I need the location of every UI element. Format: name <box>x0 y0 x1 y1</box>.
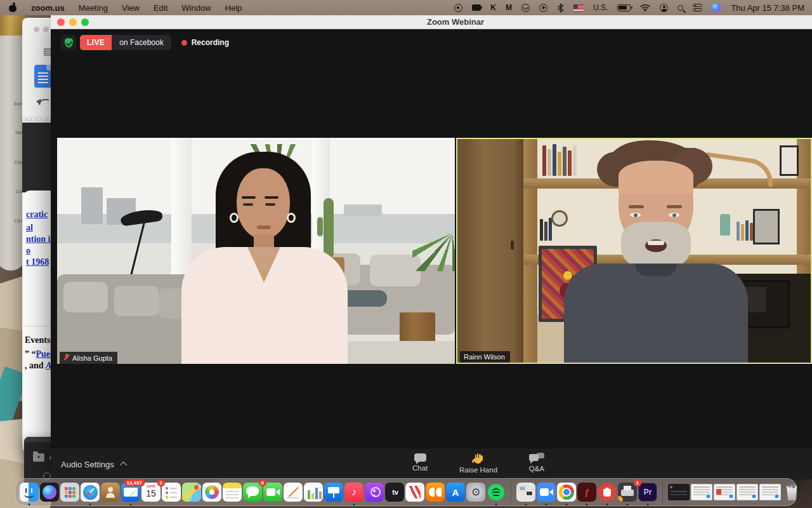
menu-zoom-us[interactable]: zoom.us <box>31 3 65 13</box>
participant-name-tag: Rainn Wilson <box>460 351 510 363</box>
video-tile-rainn-wilson: Rainn Wilson <box>456 138 812 364</box>
window-title: Zoom Webinar <box>75 17 812 27</box>
messages-badge: 8 <box>259 479 266 486</box>
dock-appstore[interactable]: A <box>446 483 465 502</box>
live-label: LIVE <box>80 35 112 50</box>
dock-news[interactable] <box>405 483 424 502</box>
minimized-window-thumbnail[interactable] <box>668 484 690 500</box>
chat-button[interactable]: Chat <box>411 451 429 476</box>
participant-name-tag: Alisha Gupta <box>60 352 117 364</box>
dock-adblock[interactable] <box>598 483 617 502</box>
app-store-icon: A <box>446 483 465 502</box>
menu-meeting[interactable]: Meeting <box>79 3 108 13</box>
dock-finder[interactable] <box>20 483 39 502</box>
trash-icon <box>782 483 801 502</box>
live-stream-badge[interactable]: LIVE on Facebook <box>80 35 171 50</box>
dock-messages[interactable]: 8 <box>243 483 262 502</box>
gear-icon: ⚙ <box>466 483 485 502</box>
menu-window[interactable]: Window <box>181 3 211 13</box>
apple-menu-icon[interactable] <box>9 4 17 12</box>
wallpaper-bottle <box>0 17 25 271</box>
doc-link[interactable]: t 1968 <box>26 257 49 267</box>
displays-icon[interactable] <box>693 4 702 11</box>
dock-numbers[interactable] <box>304 483 323 502</box>
undo-icon[interactable] <box>39 99 49 105</box>
doc-link[interactable]: al <box>26 223 33 233</box>
dock-contacts[interactable] <box>101 483 120 502</box>
dock-siri[interactable] <box>40 483 59 502</box>
dock-music[interactable]: ♪ <box>344 483 363 502</box>
zoom-webinar-window: Zoom Webinar LIVE on Facebook Recording <box>51 15 812 479</box>
dock-maps[interactable] <box>182 483 201 502</box>
dock-trash[interactable] <box>782 483 801 502</box>
close-button[interactable] <box>57 18 65 26</box>
finder-icon <box>20 483 39 502</box>
security-shield-button[interactable] <box>61 35 76 50</box>
dock-mail[interactable]: 13,437 <box>121 483 140 502</box>
menu-view[interactable]: View <box>122 3 140 13</box>
apple-tv-icon: tv <box>385 483 404 502</box>
creative-cloud-icon[interactable] <box>521 4 530 12</box>
minimized-document-thumbnail[interactable] <box>737 484 758 500</box>
play-status-icon[interactable] <box>539 4 547 12</box>
user-account-icon[interactable] <box>660 4 668 12</box>
participant-name: Alisha Gupta <box>72 354 112 362</box>
input-source-label[interactable]: U.S. <box>593 3 608 12</box>
dock-notes[interactable] <box>223 483 242 502</box>
bluetooth-icon[interactable] <box>557 3 564 13</box>
battery-icon[interactable] <box>617 4 631 11</box>
screen-record-icon[interactable] <box>454 4 462 12</box>
qa-button[interactable]: Q&A <box>528 451 546 476</box>
doc-link[interactable]: o <box>26 246 30 256</box>
dock-reminders[interactable] <box>162 483 181 502</box>
dock-calendar[interactable]: 2 APR 15 <box>141 483 160 502</box>
dock-facetime[interactable] <box>263 483 282 502</box>
m-status-icon[interactable]: M <box>506 3 512 12</box>
dock-flash[interactable]: f <box>577 483 596 502</box>
dock-printer[interactable]: 1 <box>618 483 637 502</box>
dock-spotify[interactable] <box>487 483 506 502</box>
menu-bar-clock[interactable]: Thu Apr 15 7:38 PM <box>731 3 804 13</box>
news-icon <box>405 483 424 502</box>
wifi-icon[interactable] <box>640 4 650 11</box>
doc-link[interactable]: cratic <box>26 210 48 220</box>
input-source-flag-icon[interactable] <box>573 4 584 11</box>
inactive-traffic-light[interactable] <box>43 27 49 32</box>
dock-safari[interactable] <box>81 483 100 502</box>
dock-chrome[interactable] <box>557 483 576 502</box>
spotify-icon <box>487 483 506 502</box>
dock-keynote[interactable] <box>324 483 343 502</box>
muted-mic-icon <box>63 354 69 362</box>
minimized-document-thumbnail[interactable] <box>714 484 735 500</box>
spotlight-search-icon[interactable] <box>678 5 683 11</box>
dock-pages[interactable] <box>284 483 303 502</box>
minimized-document-thumbnail[interactable] <box>759 484 781 500</box>
menu-edit[interactable]: Edit <box>154 3 167 13</box>
dock-tv[interactable]: tv <box>385 483 404 502</box>
zoom-camera-status-icon[interactable] <box>472 4 481 11</box>
zoom-toolbar: Audio Settings Chat Raise Hand Q&A <box>51 448 812 479</box>
dock-launchpad[interactable] <box>60 483 79 502</box>
dock-premiere[interactable]: Pr <box>638 483 657 502</box>
dock-books[interactable] <box>426 483 445 502</box>
raise-hand-button[interactable]: Raise Hand <box>458 451 499 476</box>
chat-icon <box>414 453 426 462</box>
menu-help[interactable]: Help <box>225 3 242 13</box>
chevron-up-icon[interactable] <box>120 462 127 469</box>
siri-icon[interactable] <box>712 3 721 13</box>
folder-up-icon[interactable] <box>33 453 44 462</box>
dock-photos[interactable] <box>202 483 221 502</box>
dock-podcasts[interactable] <box>365 483 384 502</box>
maps-icon <box>182 483 201 502</box>
dock-system-preferences[interactable]: ⚙ <box>466 483 485 502</box>
messages-icon <box>243 483 262 502</box>
contacts-icon <box>101 483 120 502</box>
dock-zoom[interactable] <box>537 483 556 502</box>
dock-preview[interactable] <box>516 483 535 502</box>
audio-settings-button[interactable]: Audio Settings <box>61 448 127 480</box>
keyboard-maestro-icon[interactable]: K <box>490 3 496 12</box>
minimized-document-thumbnail[interactable] <box>691 484 712 500</box>
launchpad-icon <box>60 483 79 502</box>
audio-settings-label: Audio Settings <box>61 460 114 469</box>
inactive-traffic-light[interactable] <box>34 27 39 32</box>
